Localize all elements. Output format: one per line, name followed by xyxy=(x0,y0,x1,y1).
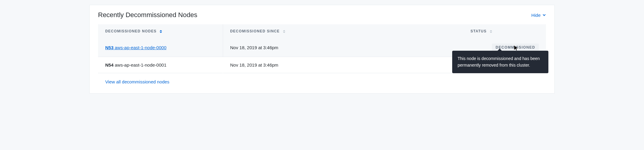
chevron-down-icon xyxy=(542,13,546,18)
cell-node: N53 aws-ap-east-1-node-0000 xyxy=(98,38,223,57)
status-tooltip: This node is decommissioned and has been… xyxy=(452,51,548,73)
nodes-table: DECOMISSIONED NODES DECOMISSIONED SINCE … xyxy=(98,24,546,73)
hide-label: Hide xyxy=(531,13,541,18)
table-header: DECOMISSIONED NODES DECOMISSIONED SINCE … xyxy=(98,24,546,38)
cell-status: DECOMMISSIONED This node is decommission… xyxy=(463,38,546,57)
card-header: Recently Decommissioned Nodes Hide xyxy=(90,5,554,24)
sort-icon xyxy=(283,30,285,33)
node-code: N53 xyxy=(105,45,114,50)
node-code: N54 xyxy=(105,62,114,68)
cell-since: Nov 18, 2019 at 3:46pm xyxy=(223,57,463,73)
col-nodes-header[interactable]: DECOMISSIONED NODES xyxy=(98,24,223,38)
node-name: aws-ap-east-1-node-0001 xyxy=(115,62,167,68)
sort-icon xyxy=(490,30,492,33)
col-since-header[interactable]: DECOMISSIONED SINCE xyxy=(223,24,463,38)
node-name: aws-ap-east-1-node-0000 xyxy=(115,45,167,50)
footer: View all decommissioned nodes xyxy=(90,73,554,93)
hide-button[interactable]: Hide xyxy=(531,13,546,18)
table-row[interactable]: N53 aws-ap-east-1-node-0000 Nov 18, 2019… xyxy=(98,38,546,57)
view-all-link[interactable]: View all decommissioned nodes xyxy=(105,79,169,84)
col-status-label: STATUS xyxy=(471,29,486,33)
card-title: Recently Decommissioned Nodes xyxy=(98,11,197,19)
sort-icon xyxy=(160,30,162,33)
col-nodes-label: DECOMISSIONED NODES xyxy=(105,29,157,33)
cell-node: N54 aws-ap-east-1-node-0001 xyxy=(98,57,223,73)
node-text: N54 aws-ap-east-1-node-0001 xyxy=(105,62,166,68)
decommissioned-nodes-card: Recently Decommissioned Nodes Hide DECOM… xyxy=(89,5,555,94)
col-status-header[interactable]: STATUS xyxy=(463,24,546,38)
node-link[interactable]: N53 aws-ap-east-1-node-0000 xyxy=(105,45,166,50)
cell-since: Nov 18, 2019 at 3:46pm xyxy=(223,38,463,57)
col-since-label: DECOMISSIONED SINCE xyxy=(230,29,280,33)
